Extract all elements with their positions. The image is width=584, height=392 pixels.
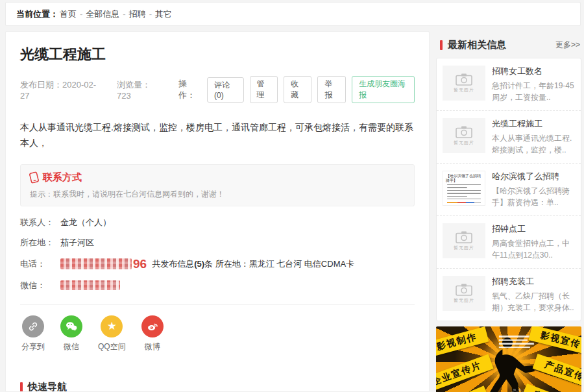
related-list: 暂无图片 招聘女工数名 急招计件工，年龄19-45周岁，工资按量.. 暂无图片 (436, 58, 581, 321)
sidebar-title: 最新相关信息 (448, 39, 506, 51)
camera-icon (456, 126, 472, 138)
thumbnail-highlight-line (447, 202, 481, 203)
related-item-desc: 氧气、乙炔厂招聘（长期）充装工，要求身体.. (492, 290, 575, 313)
share-label: QQ空间 (98, 341, 126, 352)
post-meta-row: 发布日期：2020-02-27 浏览量：723 操作： 评论(0) 管理 收藏 … (20, 76, 415, 103)
related-item-female-workers[interactable]: 暂无图片 招聘女工数名 急招计件工，年龄19-45周岁，工资按量.. (437, 58, 581, 110)
share-label: 微信 (60, 341, 82, 352)
related-item-title: 光缆工程施工 (492, 118, 575, 130)
report-button[interactable]: 举报 (317, 76, 345, 103)
breadcrumb-all-info[interactable]: 全部信息 (86, 8, 119, 20)
related-item-fiber-project[interactable]: 暂无图片 光缆工程施工 本人从事通讯光缆工程.熔接测试，监控，楼.. (437, 110, 581, 163)
ad-banner-product-promo: 产品宣传 (533, 354, 581, 389)
thumbnail-text: 【哈尔滨饿了么招聘骑手】 (446, 174, 482, 183)
share-bar: 分享到 微信 ★ QQ空间 (20, 305, 415, 356)
main-content: 光缆工程施工 发布日期：2020-02-27 浏览量：723 操作： 评论(0)… (5, 31, 430, 392)
breadcrumb-separator: - (123, 9, 125, 19)
breadcrumb-label: 当前位置： (16, 8, 58, 20)
related-item-title: 招聘女工数名 (492, 66, 575, 77)
related-item-title: 哈尔滨饿了么招聘 (492, 171, 575, 182)
phone-number-redacted (60, 258, 132, 269)
share-link-button[interactable]: 分享到 (21, 315, 45, 352)
more-link[interactable]: 更多>> (555, 40, 580, 51)
no-image-label: 暂无图片 (454, 245, 474, 251)
page: 当前位置： 首页 - 全部信息 - 招聘 - 其它 光缆工程施工 发布日期：20… (0, 0, 584, 392)
publish-date: 发布日期：2020-02-27 (20, 79, 100, 101)
camera-icon (456, 231, 472, 243)
share-label: 分享到 (21, 341, 45, 352)
share-label: 微博 (141, 341, 164, 352)
contact-name-label: 联系人： (20, 217, 60, 228)
view-count: 浏览量：723 (117, 79, 162, 101)
section-accent-bar (440, 40, 443, 50)
manage-button[interactable]: 管理 (250, 76, 278, 103)
contact-wechat-label: 微信： (20, 280, 60, 291)
camera-icon (456, 284, 472, 296)
contact-area-value: 茄子河区 (60, 237, 94, 249)
post-description: 本人从事通讯光缆工程.熔接测试，监控，楼房电工，通讯管廊工程，可承包熔接活，有需… (20, 120, 415, 151)
share-weibo-button[interactable]: 微博 (141, 315, 164, 352)
quicknav-section: 快速导航 七台河招聘 计算机专业 文职 厨师 业务员 服务员 营业员 工人 司机… (20, 381, 415, 392)
wechat-id-redacted (60, 280, 120, 290)
breadcrumb-separator: - (149, 9, 152, 19)
page-title: 光缆工程施工 (20, 45, 415, 64)
contact-phone-row: 电话： 96 共发布信息(5)条 所在地：黑龙江 七台河 电信CDMA卡 (20, 257, 415, 271)
related-item-eleme-riders[interactable]: 【哈尔滨饿了么招聘骑手】 哈尔滨饿了么招聘 【哈尔滨饿了么招聘骑手】薪资待遇：单… (437, 163, 581, 215)
actions-label: 操作： (178, 78, 201, 101)
wechat-icon (65, 321, 78, 332)
contact-rows: 联系人： 金龙（个人） 所在地： 茄子河区 电话： 96 共发布信息(5)条 所… (20, 217, 415, 291)
contact-area-row: 所在地： 茄子河区 (20, 237, 415, 249)
breadcrumb-jobs[interactable]: 招聘 (129, 8, 146, 20)
related-item-filling-worker[interactable]: 暂无图片 招聘充装工 氧气、乙炔厂招聘（长期）充装工，要求身体.. (437, 268, 581, 321)
no-image-placeholder: 暂无图片 (443, 223, 485, 258)
generate-poster-button[interactable]: 生成朋友圈海报 (352, 76, 415, 103)
related-item-hourly-worker[interactable]: 暂无图片 招钟点工 局高食堂招钟点工，中午11点到12点30.. (437, 215, 581, 268)
related-item-desc: 本人从事通讯光缆工程.熔接测试，监控，楼.. (492, 132, 575, 156)
related-item-desc: 急招计件工，年龄19-45周岁，工资按量.. (492, 80, 575, 103)
share-qzone-button[interactable]: ★ QQ空间 (98, 315, 126, 352)
no-image-placeholder: 暂无图片 (443, 66, 485, 101)
related-item-desc: 局高食堂招钟点工，中午11点到12点30.. (492, 238, 575, 261)
publisher-info-prefix: 共发布信息 (152, 259, 194, 269)
contact-tip: 提示：联系我时，请说明在七台河信息网看到的，谢谢！ (30, 189, 405, 200)
sidebar: 最新相关信息 更多>> 暂无图片 招聘女工数名 急招计件工，年龄19-45周岁，… (436, 31, 581, 392)
link-icon (27, 321, 39, 332)
ad-banner-promo-film-making: 宣传片制作 (521, 384, 581, 392)
breadcrumb-home[interactable]: 首页 (60, 8, 77, 20)
share-wechat-button[interactable]: 微信 (60, 315, 82, 352)
related-item-title: 招聘充装工 (492, 276, 575, 288)
quicknav-title: 快速导航 (28, 381, 67, 392)
video-production-ad[interactable]: 影视制作 影视宣传 企业宣传片 产品宣传 创意广告 宣传片制作 (436, 326, 581, 392)
contact-name-value: 金龙（个人） (60, 217, 111, 228)
breadcrumb-other[interactable]: 其它 (155, 8, 172, 20)
camera-icon (456, 73, 472, 86)
contact-header: 联系方式 (43, 171, 82, 184)
comment-button[interactable]: 评论(0) (207, 77, 244, 103)
star-icon: ★ (107, 321, 117, 332)
contact-box: 联系方式 提示：联系我时，请说明在七台河信息网看到的，谢谢！ (20, 164, 415, 206)
breadcrumb-separator: - (80, 9, 82, 19)
phone-icon (29, 171, 40, 184)
phone-visible-digits: 96 (133, 257, 147, 271)
publisher-info-suffix: 条 所在地：黑龙江 七台河 电信CDMA卡 (204, 259, 354, 269)
contact-area-label: 所在地： (20, 237, 60, 249)
publisher-info: 共发布信息(5)条 所在地：黑龙江 七台河 电信CDMA卡 (152, 258, 354, 270)
publisher-post-count: (5) (194, 259, 204, 269)
contact-name-row: 联系人： 金龙（个人） (20, 217, 415, 228)
no-image-label: 暂无图片 (454, 140, 474, 146)
text-thumbnail: 【哈尔滨饿了么招聘骑手】 (443, 171, 485, 206)
related-item-title: 招钟点工 (492, 223, 575, 235)
breadcrumb: 当前位置： 首页 - 全部信息 - 招聘 - 其它 (5, 2, 581, 26)
favorite-button[interactable]: 收藏 (284, 76, 311, 103)
no-image-label: 暂无图片 (454, 87, 474, 93)
contact-wechat-row: 微信： (20, 280, 415, 291)
related-item-desc: 【哈尔滨饿了么招聘骑手】薪资待遇：单.. (492, 185, 575, 208)
weibo-icon (146, 321, 159, 332)
no-image-placeholder: 暂无图片 (443, 276, 485, 311)
section-accent-bar (20, 382, 23, 392)
contact-phone-label: 电话： (20, 258, 60, 270)
no-image-placeholder: 暂无图片 (443, 118, 485, 153)
no-image-label: 暂无图片 (454, 297, 474, 304)
